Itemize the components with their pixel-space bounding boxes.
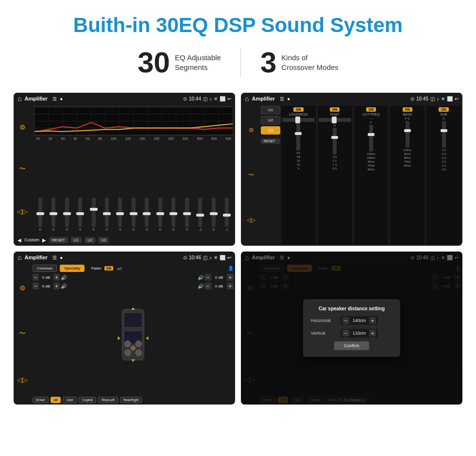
- slider-7[interactable]: 0: [118, 198, 122, 231]
- phat-slider-v[interactable]: [333, 128, 337, 154]
- confirm-button[interactable]: Confirm: [334, 341, 369, 350]
- eq-freq-labels: 25 32 40 50 63 80 100 125 160 200 250 32…: [34, 137, 233, 140]
- driver-btn[interactable]: Driver: [33, 397, 49, 403]
- band-sub: ON SUB G 3.0 2.5 2.0 1.5 1.0 0.5: [426, 106, 461, 244]
- u3-btn-1[interactable]: U3: [98, 237, 109, 243]
- band-on-loudness[interactable]: ON: [293, 107, 304, 112]
- band-phat: ON PHAT G 3.9 2.1 1.3 0.5: [318, 106, 352, 244]
- eq-settings-icon[interactable]: ⚙: [19, 123, 26, 131]
- loudness-slider-h[interactable]: [282, 118, 315, 122]
- sub-slider-v[interactable]: [442, 121, 446, 148]
- fader-on-badge[interactable]: ON: [104, 266, 114, 270]
- common-btn[interactable]: Common: [33, 265, 57, 272]
- slider-11[interactable]: 0: [171, 198, 175, 231]
- minus-btn-tr[interactable]: −: [204, 274, 211, 281]
- slider-5[interactable]: 5: [92, 198, 96, 231]
- back-icon-3[interactable]: ↩: [227, 255, 231, 260]
- back-icon-2[interactable]: ↩: [455, 96, 459, 101]
- slider-4[interactable]: 0: [78, 198, 82, 231]
- next-icon[interactable]: ▶: [42, 237, 46, 243]
- dot-icon-2: ●: [287, 96, 290, 101]
- back-icon-1[interactable]: ↩: [227, 96, 231, 101]
- minus-btn-bl[interactable]: −: [33, 283, 39, 289]
- stat2-number: 3: [260, 46, 276, 79]
- band-on-cutfreq[interactable]: ON: [366, 107, 376, 112]
- plus-btn-bl[interactable]: +: [53, 283, 60, 289]
- wave-icon-3[interactable]: 〜: [19, 329, 26, 338]
- vertical-plus[interactable]: +: [369, 330, 376, 337]
- speaker-icon-br: 🔊: [198, 284, 204, 289]
- rearright-btn[interactable]: RearRight: [120, 397, 142, 403]
- slider-15[interactable]: -1: [225, 198, 229, 231]
- eq-content-1: 25 32 40 50 63 80 100 125 160 200 250 32…: [32, 104, 235, 234]
- dot-icon-3: ●: [60, 255, 63, 260]
- cutfreq-slider-v[interactable]: [369, 125, 373, 152]
- plus-btn-tr[interactable]: +: [227, 274, 234, 281]
- home-icon-1[interactable]: ⌂: [17, 95, 21, 102]
- copilot-btn[interactable]: Copilot: [79, 397, 96, 403]
- app-title-2: Amplifier: [252, 96, 275, 101]
- slider-13[interactable]: -1: [198, 198, 202, 231]
- wave-icon-2[interactable]: 〜: [248, 171, 254, 179]
- u1-btn-1[interactable]: U1: [71, 237, 82, 243]
- plus-btn-tl[interactable]: +: [53, 274, 60, 281]
- bass-slider-v[interactable]: [406, 121, 409, 148]
- slider-2[interactable]: 0: [51, 198, 55, 231]
- slider-14[interactable]: 0: [212, 198, 216, 231]
- plus-btn-br[interactable]: +: [227, 283, 234, 289]
- horizontal-plus[interactable]: +: [369, 317, 376, 324]
- eq-wave-icon[interactable]: 〜: [19, 165, 26, 173]
- time-2: 10:45: [416, 96, 428, 101]
- x-icon-3: ✕: [214, 255, 218, 260]
- horizontal-minus[interactable]: −: [342, 317, 349, 324]
- band-cutfreq: ON CUT FREQ ~ ~ F 120Hz 100Hz 80Hz 70Hz …: [354, 106, 389, 244]
- band-loudness: ON LOUDNESS 64 48 32 16 0: [281, 106, 316, 244]
- screen-icon-1: ⬜: [220, 96, 225, 101]
- slider-12[interactable]: 0: [185, 198, 189, 231]
- band-on-sub[interactable]: ON: [439, 107, 449, 112]
- specialty-btn[interactable]: Specialty: [60, 265, 84, 272]
- minus-btn-br[interactable]: −: [204, 283, 211, 289]
- band-on-phat[interactable]: ON: [330, 107, 340, 112]
- location-icon-1: ⊙: [183, 96, 187, 101]
- vol-icon-3[interactable]: ◁▷: [17, 376, 28, 384]
- slider-9[interactable]: 0: [145, 198, 149, 231]
- specialty-content: Common Specialty Fader ON ⇌ 👤 − 0 dB + �: [31, 263, 235, 405]
- reset-btn-1[interactable]: RESET: [49, 237, 68, 243]
- dot-icon-1: ●: [60, 96, 63, 101]
- location-icon-2: ⊙: [410, 96, 414, 101]
- rearleft-btn[interactable]: RearLeft: [98, 397, 118, 403]
- minus-btn-tl[interactable]: −: [33, 274, 39, 281]
- slider-1[interactable]: 0: [38, 198, 42, 231]
- slider-10[interactable]: 0: [158, 198, 162, 231]
- loudness-slider-v[interactable]: [296, 124, 300, 151]
- preset-u3[interactable]: U3: [261, 126, 280, 135]
- phat-slider-h[interactable]: [319, 118, 351, 122]
- stat2-label: Kinds of Crossover Modes: [281, 53, 339, 72]
- menu-icon-2: ☰: [280, 96, 284, 101]
- eq-icon-2[interactable]: ⚙: [249, 127, 254, 134]
- horizontal-value: 140cm: [351, 318, 368, 323]
- vertical-minus[interactable]: −: [342, 330, 349, 337]
- prev-icon[interactable]: ◀: [17, 237, 21, 243]
- slider-8[interactable]: 0: [132, 198, 136, 231]
- home-icon-2[interactable]: ⌂: [245, 95, 249, 102]
- preset-u2[interactable]: U2: [261, 116, 280, 124]
- vol-icon-2[interactable]: ◁▷: [247, 217, 255, 223]
- svg-point-16: [125, 340, 131, 346]
- slider-6[interactable]: 0: [105, 198, 109, 231]
- band-on-bass[interactable]: ON: [403, 107, 413, 112]
- screen-crossover: ⌂ Amplifier ☰ ● ⊙ 10:45 ◫ ♪ ✕ ⬜ ↩ ⚙ 〜 ◁▷…: [241, 93, 462, 246]
- horizontal-label: Horizontal: [311, 318, 338, 323]
- home-icon-3[interactable]: ⌂: [17, 253, 21, 261]
- u2-btn-1[interactable]: U2: [85, 237, 95, 243]
- eq-vol-icon[interactable]: ◁▷: [17, 207, 28, 215]
- slider-3[interactable]: 0: [65, 198, 69, 231]
- preset-u1[interactable]: U1: [261, 106, 280, 114]
- eq-icon-3[interactable]: ⚙: [19, 284, 26, 292]
- reset-btn-2[interactable]: RESET: [261, 138, 280, 144]
- all-btn[interactable]: All: [51, 397, 61, 403]
- stat1-label: EQ Adjustable Segments: [175, 53, 221, 72]
- crossover-sidebar: ⚙ 〜 ◁▷: [242, 106, 260, 244]
- user-btn-3[interactable]: User: [63, 397, 77, 403]
